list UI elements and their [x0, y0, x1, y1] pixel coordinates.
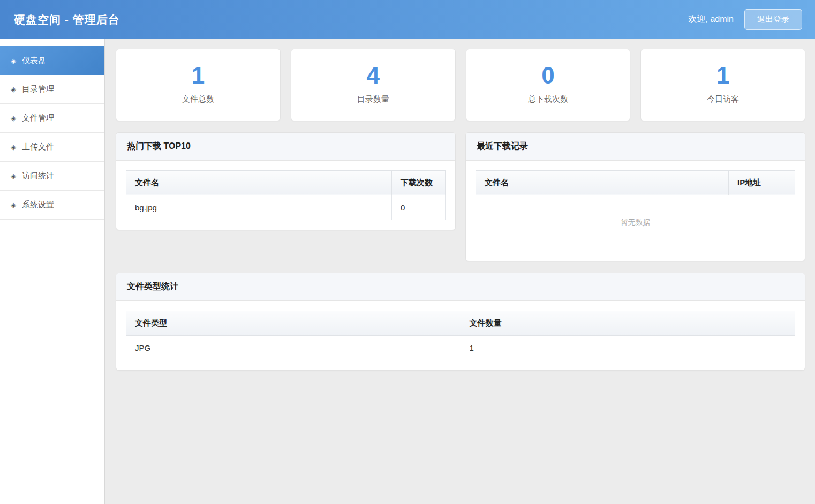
cell-file-type: JPG [126, 335, 461, 360]
column-header-filename: 文件名 [126, 170, 392, 195]
stat-label: 目录数量 [291, 94, 455, 104]
stat-card-today-visitors: 1 今日访客 [640, 49, 805, 121]
file-type-stats-table: 文件类型 文件数量 JPG 1 [126, 311, 795, 360]
stat-value: 4 [291, 62, 455, 89]
cell-file-count: 1 [461, 335, 795, 360]
panel-body: 文件名 IP地址 暂无数据 [466, 161, 805, 261]
sidebar-item-system-settings[interactable]: ◈ 系统设置 [0, 191, 104, 220]
table-header-row: 文件名 IP地址 [476, 170, 795, 195]
page-title: 硬盘空间 - 管理后台 [14, 12, 120, 27]
table-header-row: 文件类型 文件数量 [126, 311, 795, 335]
diamond-icon: ◈ [11, 114, 16, 122]
panel-title: 最近下载记录 [466, 133, 805, 161]
sidebar-item-file-management[interactable]: ◈ 文件管理 [0, 104, 104, 133]
sidebar-item-label: 仪表盘 [22, 56, 46, 66]
recent-downloads-table: 文件名 IP地址 暂无数据 [476, 170, 795, 251]
diamond-icon: ◈ [11, 201, 16, 209]
column-header-filename: 文件名 [476, 170, 729, 195]
stat-value: 0 [466, 62, 630, 89]
panels-row: 热门下载 TOP10 文件名 下载次数 bg.jpg 0 [116, 132, 805, 261]
file-type-stats-panel: 文件类型统计 文件类型 文件数量 JPG 1 [116, 273, 805, 371]
sidebar-item-label: 目录管理 [22, 84, 54, 94]
stat-label: 文件总数 [116, 94, 280, 104]
sidebar-item-label: 访问统计 [22, 171, 54, 181]
stat-card-total-downloads: 0 总下载次数 [466, 49, 631, 121]
welcome-text: 欢迎, admin [689, 14, 734, 25]
column-header-file-count: 文件数量 [461, 311, 795, 335]
stat-value: 1 [641, 62, 805, 89]
empty-state-text: 暂无数据 [476, 195, 795, 251]
column-header-ip-address: IP地址 [729, 170, 795, 195]
table-header-row: 文件名 下载次数 [126, 170, 446, 195]
panel-title: 热门下载 TOP10 [116, 133, 455, 161]
sidebar-menu: ◈ 仪表盘 ◈ 目录管理 ◈ 文件管理 ◈ 上传文件 ◈ 访问统计 ◈ 系统设置 [0, 46, 104, 220]
cell-download-count: 0 [392, 195, 446, 220]
logout-button[interactable]: 退出登录 [744, 9, 802, 30]
sidebar-item-label: 系统设置 [22, 200, 54, 210]
stat-card-directory-count: 4 目录数量 [291, 49, 456, 121]
recent-downloads-panel: 最近下载记录 文件名 IP地址 暂无数据 [465, 132, 805, 261]
stat-card-total-files: 1 文件总数 [116, 49, 281, 121]
main-layout: ◈ 仪表盘 ◈ 目录管理 ◈ 文件管理 ◈ 上传文件 ◈ 访问统计 ◈ 系统设置 [0, 39, 815, 504]
hot-downloads-table: 文件名 下载次数 bg.jpg 0 [126, 170, 446, 220]
diamond-icon: ◈ [11, 172, 16, 180]
column-header-file-type: 文件类型 [126, 311, 461, 335]
stats-row: 1 文件总数 4 目录数量 0 总下载次数 1 今日访客 [116, 49, 805, 121]
sidebar-item-upload-file[interactable]: ◈ 上传文件 [0, 133, 104, 162]
stat-label: 总下载次数 [466, 94, 630, 104]
sidebar-item-dashboard[interactable]: ◈ 仪表盘 [0, 46, 104, 75]
panel-body: 文件类型 文件数量 JPG 1 [116, 301, 805, 370]
sidebar-item-label: 文件管理 [22, 113, 54, 123]
sidebar-item-visit-statistics[interactable]: ◈ 访问统计 [0, 162, 104, 191]
sidebar-item-directory-management[interactable]: ◈ 目录管理 [0, 75, 104, 104]
hot-downloads-panel: 热门下载 TOP10 文件名 下载次数 bg.jpg 0 [116, 132, 456, 230]
diamond-icon: ◈ [11, 85, 16, 93]
column-header-download-count: 下载次数 [392, 170, 446, 195]
panel-body: 文件名 下载次数 bg.jpg 0 [116, 161, 455, 230]
app-header: 硬盘空间 - 管理后台 欢迎, admin 退出登录 [0, 0, 815, 39]
diamond-icon: ◈ [11, 143, 16, 151]
panel-title: 文件类型统计 [116, 273, 805, 301]
cell-filename: bg.jpg [126, 195, 392, 220]
sidebar: ◈ 仪表盘 ◈ 目录管理 ◈ 文件管理 ◈ 上传文件 ◈ 访问统计 ◈ 系统设置 [0, 39, 105, 504]
table-row: bg.jpg 0 [126, 195, 446, 220]
main-content: 1 文件总数 4 目录数量 0 总下载次数 1 今日访客 热门下载 TOP10 [105, 39, 815, 504]
table-row: JPG 1 [126, 335, 795, 360]
stat-label: 今日访客 [641, 94, 805, 104]
diamond-icon: ◈ [11, 57, 16, 65]
sidebar-item-label: 上传文件 [22, 142, 54, 152]
stat-value: 1 [116, 62, 280, 89]
header-right: 欢迎, admin 退出登录 [689, 9, 802, 30]
empty-row: 暂无数据 [476, 195, 795, 251]
